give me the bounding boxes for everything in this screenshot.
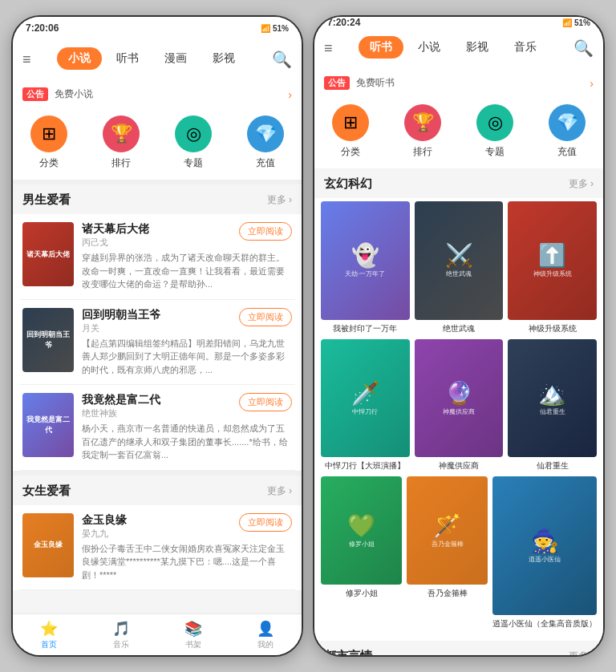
grid-book-7[interactable]: 💚 修罗小姐 修罗小姐 bbox=[321, 476, 402, 629]
grid-row-1: 👻 天劫·一万年了 我被封印了一万年 ⚔️ 绝世武魂 绝世武魂 bbox=[321, 201, 597, 334]
banner-tag-left: 公告 bbox=[22, 87, 48, 101]
scifi-section-header: 玄幻科幻 更多 › bbox=[314, 168, 603, 198]
tab-movie[interactable]: 影视 bbox=[201, 47, 246, 70]
grid-book-title-9: 逍遥小医仙（全集高音质版） bbox=[492, 618, 597, 629]
topic-icon-right: ◎ bbox=[476, 104, 513, 141]
grid-book-8[interactable]: 🪄 吾乃金箍棒 吾乃金箍棒 bbox=[407, 476, 488, 629]
nav-profile-left[interactable]: 👤 我的 bbox=[229, 620, 302, 650]
city-section-more[interactable]: 更多 › bbox=[569, 650, 594, 657]
nav-shelf-left[interactable]: 📚 书架 bbox=[157, 620, 229, 650]
grid-cover-2: ⚔️ 绝世武魂 bbox=[415, 201, 504, 320]
book-author-f1: 晏九九 bbox=[82, 528, 127, 540]
book-author-1: 丙己戈 bbox=[82, 237, 149, 249]
read-btn-2[interactable]: 立即阅读 bbox=[239, 308, 292, 326]
search-icon-right[interactable]: 🔍 bbox=[573, 38, 594, 58]
nav-home-left[interactable]: ⭐ 首页 bbox=[13, 620, 85, 650]
scifi-section-title: 玄幻科幻 bbox=[324, 176, 372, 192]
female-section-more[interactable]: 更多 › bbox=[267, 484, 292, 498]
tab-manga[interactable]: 漫画 bbox=[153, 47, 198, 70]
scifi-section-more[interactable]: 更多 › bbox=[569, 177, 594, 191]
book-item-1[interactable]: 诸天幕后大佬 诸天幕后大佬 丙己戈 立即阅读 穿越到异界的张浩，成为了诸天改命聊… bbox=[19, 214, 295, 300]
topic-icon: ◎ bbox=[175, 115, 212, 152]
book-item-f1[interactable]: 金玉良缘 金玉良缘 晏九九 立即阅读 假扮公子毒舌王中二侠女闹婚房欢喜冤家天注定… bbox=[19, 505, 295, 591]
left-phone: 7:20:06 📶 51% ≡ 小说 听书 漫画 影视 🔍 公告 免费小说 › … bbox=[11, 15, 303, 657]
topic-label: 专题 bbox=[184, 156, 203, 170]
grid-cover-4: 🗡️ 中悍刀行 bbox=[321, 339, 410, 458]
icon-topic[interactable]: ◎ 专题 bbox=[157, 115, 229, 170]
grid-book-4[interactable]: 🗡️ 中悍刀行 中悍刀行【大班演播】 bbox=[321, 339, 410, 472]
recharge-label-right: 充值 bbox=[557, 145, 577, 159]
icon-recharge-right[interactable]: 💎 充值 bbox=[531, 104, 603, 159]
grid-book-9[interactable]: 🧙 逍遥小医仙 逍遥小医仙（全集高音质版） bbox=[492, 476, 597, 629]
icon-topic-right[interactable]: ◎ 专题 bbox=[459, 104, 531, 159]
male-section-more[interactable]: 更多 › bbox=[267, 193, 292, 207]
tab-novel-right[interactable]: 小说 bbox=[407, 36, 452, 59]
banner-row-left: 公告 免费小说 › bbox=[13, 81, 302, 107]
book-cover-3: 我竟然是富二代 bbox=[22, 393, 74, 457]
profile-label-left: 我的 bbox=[257, 639, 274, 650]
tab-audiobook-right[interactable]: 听书 bbox=[359, 36, 403, 59]
grid-book-6[interactable]: 🏔️ 仙君重生 仙君重生 bbox=[508, 339, 597, 472]
upgrade-icon: ⬆️ bbox=[538, 242, 566, 269]
music-icon-left: 🎵 bbox=[112, 620, 130, 638]
female-section-header: 女生爱看 更多 › bbox=[13, 476, 302, 505]
grid-book-title-6: 仙君重生 bbox=[508, 460, 597, 472]
home-label-left: 首页 bbox=[41, 639, 57, 650]
tab-video-right[interactable]: 影视 bbox=[455, 36, 500, 59]
magic-icon: 🔮 bbox=[445, 380, 473, 407]
rank-icon: 🏆 bbox=[103, 115, 140, 152]
battery-left: 51% bbox=[273, 24, 289, 33]
read-btn-3[interactable]: 立即阅读 bbox=[239, 393, 292, 411]
music-label-left: 音乐 bbox=[113, 639, 129, 650]
grid-book-2[interactable]: ⚔️ 绝世武魂 绝世武魂 bbox=[415, 201, 504, 334]
book-item-2[interactable]: 回到明朝当王爷 回到明朝当王爷 月关 立即阅读 【起点第四编辑组签约精品】明差阳… bbox=[19, 300, 295, 386]
read-btn-f1[interactable]: 立即阅读 bbox=[239, 513, 292, 532]
tab-audiobook[interactable]: 听书 bbox=[105, 47, 150, 70]
male-book-list: 诸天幕后大佬 诸天幕后大佬 丙己戈 立即阅读 穿越到异界的张浩，成为了诸天改命聊… bbox=[13, 214, 302, 471]
grid-cover-3: ⬆️ 神级升级系统 bbox=[508, 201, 597, 320]
grid-book-3[interactable]: ⬆️ 神级升级系统 神级升级系统 bbox=[508, 201, 597, 334]
hamburger-menu-right[interactable]: ≡ bbox=[324, 40, 333, 57]
recharge-label: 充值 bbox=[256, 156, 275, 170]
banner-arrow-right[interactable]: › bbox=[590, 77, 594, 90]
grid-book-1[interactable]: 👻 天劫·一万年了 我被封印了一万年 bbox=[321, 201, 410, 334]
bottom-nav-left: ⭐ 首页 🎵 音乐 📚 书架 👤 我的 bbox=[13, 613, 302, 655]
grid-book-title-3: 神级升级系统 bbox=[508, 323, 597, 334]
nav-music-left[interactable]: 🎵 音乐 bbox=[85, 620, 157, 650]
book-desc-1: 穿越到异界的张浩，成为了诸天改命聊天群的群主。改命一时爽，一直改命一直爽！让我看… bbox=[82, 251, 292, 291]
grid-book-title-2: 绝世武魂 bbox=[415, 323, 504, 334]
book-item-3[interactable]: 我竟然是富二代 我竟然是富二代 绝世神族 立即阅读 杨小天，燕京市一名普通的快递… bbox=[19, 385, 295, 471]
female-book-list: 金玉良缘 金玉良缘 晏九九 立即阅读 假扮公子毒舌王中二侠女闹婚房欢喜冤家天注定… bbox=[13, 505, 302, 591]
banner-arrow-left[interactable]: › bbox=[288, 88, 292, 101]
male-section-title: 男生爱看 bbox=[22, 192, 71, 208]
rank-label-right: 排行 bbox=[413, 145, 432, 159]
topic-label-right: 专题 bbox=[485, 145, 505, 159]
tab-bar-left: 小说 听书 漫画 影视 bbox=[57, 44, 246, 75]
icon-recharge[interactable]: 💎 充值 bbox=[229, 115, 302, 170]
icon-category[interactable]: ⊞ 分类 bbox=[13, 115, 85, 170]
icon-grid-left: ⊞ 分类 🏆 排行 ◎ 专题 💎 充值 bbox=[13, 107, 302, 180]
tab-novel[interactable]: 小说 bbox=[57, 47, 102, 70]
search-icon-left[interactable]: 🔍 bbox=[272, 50, 292, 69]
hamburger-menu[interactable]: ≡ bbox=[22, 51, 31, 68]
time-right: 7:20:24 bbox=[327, 17, 360, 28]
status-icons-left: 📶 51% bbox=[261, 24, 289, 33]
rank-icon-right: 🏆 bbox=[404, 104, 441, 141]
tab-bar-right: 听书 小说 影视 音乐 bbox=[359, 33, 548, 63]
icon-rank-right[interactable]: 🏆 排行 bbox=[387, 104, 459, 159]
icon-rank[interactable]: 🏆 排行 bbox=[85, 115, 157, 170]
grid-cover-7: 💚 修罗小姐 bbox=[321, 476, 402, 585]
book-desc-2: 【起点第四编辑组签约精品】明差阳错间，乌龙九世善人郑少鹏回到了大明正德年间。那是… bbox=[82, 337, 292, 377]
time-left: 7:20:06 bbox=[26, 22, 59, 34]
book-info-2: 回到明朝当王爷 月关 立即阅读 【起点第四编辑组签约精品】明差阳错间，乌龙九世善… bbox=[82, 308, 292, 377]
read-btn-1[interactable]: 立即阅读 bbox=[239, 222, 292, 241]
grid-book-title-4: 中悍刀行【大班演播】 bbox=[321, 460, 410, 472]
category-icon-right: ⊞ bbox=[332, 104, 369, 141]
category-label-right: 分类 bbox=[341, 145, 360, 159]
category-icon: ⊞ bbox=[30, 115, 67, 152]
blade-icon: 🗡️ bbox=[351, 380, 379, 407]
tab-music-right[interactable]: 音乐 bbox=[503, 36, 548, 59]
grid-book-5[interactable]: 🔮 神魔供应商 神魔供应商 bbox=[415, 339, 504, 472]
icon-category-right[interactable]: ⊞ 分类 bbox=[314, 104, 387, 159]
rank-label: 排行 bbox=[111, 156, 131, 170]
